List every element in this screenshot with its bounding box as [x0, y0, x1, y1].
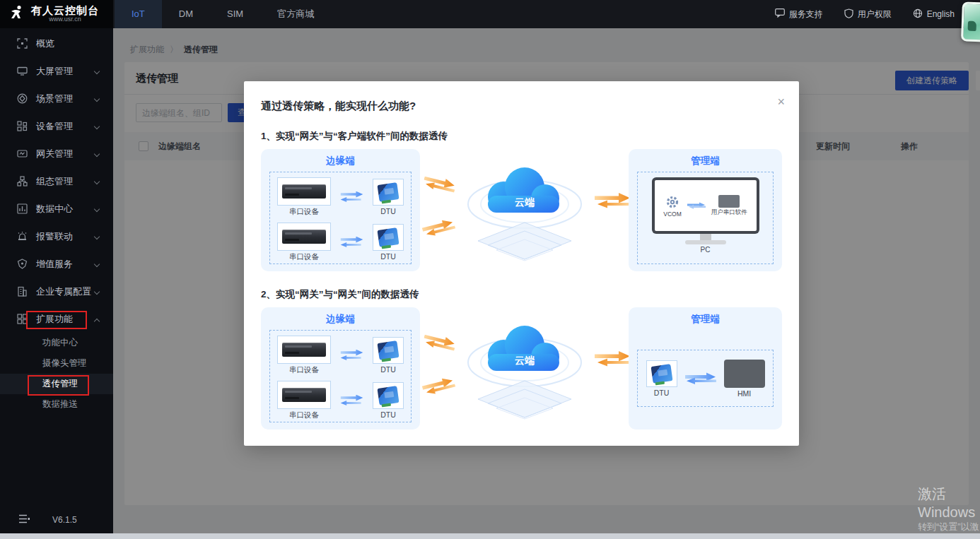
cloud-illustration: 云端 — [454, 316, 595, 422]
sidebar-item-device[interactable]: 设备管理 — [0, 112, 113, 140]
edge-panel-2: 边缘端 串口设备 DTU — [261, 307, 420, 430]
hmi-device-image — [724, 360, 765, 388]
orange-double-arrow-icon — [421, 332, 457, 356]
sidebar: 概览 大屏管理 场景管理 设备管理 网关管理 组态管理 数据中心 报警联动 — [0, 28, 113, 533]
serial-device: 串口设备 — [277, 223, 331, 262]
topbar-right: 服务支持 用户权限 English — [775, 0, 980, 28]
windows-activation-watermark: 激活 Windows 转到“设置”以激活 W — [918, 485, 980, 539]
blue-double-arrow-icon — [339, 395, 365, 406]
shield-icon — [844, 8, 853, 20]
serial-device-image — [282, 388, 326, 402]
scene-icon — [17, 93, 28, 104]
blue-double-arrow-icon — [339, 237, 365, 248]
chat-icon — [775, 8, 785, 20]
value-icon — [17, 259, 28, 269]
user-avatar[interactable] — [961, 1, 980, 42]
businessman-figure — [765, 358, 776, 381]
sidebar-item-valueadded[interactable]: 增值服务 — [0, 250, 113, 278]
dtu-device-image — [377, 227, 399, 247]
support-link[interactable]: 服务支持 — [775, 8, 823, 20]
tab-dm[interactable]: DM — [162, 0, 210, 28]
svg-text:云端: 云端 — [515, 196, 535, 208]
edge-panel-1: 边缘端 串口设备 DTU — [261, 149, 420, 271]
top-bar: 有人云控制台 www.usr.cn IoT DM SIM 官方商城 服务支持 用… — [0, 0, 980, 28]
close-icon[interactable]: × — [777, 95, 785, 108]
passthrough-help-modal: 通过透传策略，能实现什么功能? × 1、实现“网关”与“客户端软件”间的数据透传… — [244, 81, 799, 446]
blue-double-arrow-icon — [685, 372, 716, 385]
sidebar-item-scada[interactable]: 组态管理 — [0, 167, 113, 195]
diagram-gateway-to-client: 边缘端 串口设备 DTU — [261, 149, 782, 271]
svg-text:云端: 云端 — [515, 355, 535, 366]
sidebar-item-scene[interactable]: 场景管理 — [0, 85, 113, 112]
sidebar-item-alarm[interactable]: 报警联动 — [0, 223, 113, 250]
overview-icon — [17, 38, 28, 49]
serial-device-image — [282, 343, 326, 357]
blue-double-arrow-icon — [339, 191, 365, 203]
alarm-icon — [17, 231, 28, 242]
sidebar-subitem-function-center[interactable]: 功能中心 — [0, 333, 113, 353]
version-label: V6.1.5 — [52, 515, 77, 525]
tab-mall[interactable]: 官方商城 — [260, 0, 331, 28]
orange-double-arrow-icon — [421, 376, 457, 400]
section-2-heading: 2、实现“网关”与“网关”间的数据透传 — [261, 288, 782, 301]
pc-illustration: VCOM 用户串口软件 PC — [629, 177, 782, 254]
keyboard-icon — [718, 195, 740, 208]
dtu-device: DTU — [373, 179, 404, 215]
dtu-device-image — [377, 386, 399, 405]
sidebar-item-gateway[interactable]: 网关管理 — [0, 140, 113, 167]
diagram-gateway-to-gateway: 边缘端 串口设备 DTU — [261, 307, 782, 430]
language-link[interactable]: English — [913, 8, 955, 20]
scada-icon — [17, 176, 28, 186]
app-root: 有人云控制台 www.usr.cn IoT DM SIM 官方商城 服务支持 用… — [0, 0, 980, 539]
sidebar-item-enterprise[interactable]: 企业专属配置 — [0, 278, 113, 305]
dtu-device: DTU — [646, 360, 677, 397]
bottom-edge-strip — [0, 533, 980, 539]
cloud-link-area: 云端 — [420, 307, 629, 430]
orange-double-arrow-icon — [595, 351, 631, 369]
datacenter-icon — [17, 203, 28, 214]
permission-link[interactable]: 用户权限 — [844, 8, 892, 20]
user-serial-software: 用户串口软件 — [711, 195, 747, 217]
serial-device: 串口设备 — [277, 381, 331, 420]
cloud-link-area: 云端 — [420, 149, 629, 271]
vcom-software: VCOM — [663, 194, 682, 218]
usr-runner-logo-icon — [8, 4, 25, 24]
red-annotation-box-extension — [26, 311, 87, 329]
tab-sim[interactable]: SIM — [210, 0, 260, 28]
serial-device-image — [282, 184, 326, 199]
hmi-device: HMI — [724, 360, 765, 398]
logo[interactable]: 有人云控制台 www.usr.cn — [0, 0, 113, 28]
collapse-menu-icon[interactable] — [18, 514, 30, 526]
orange-double-arrow-icon — [595, 193, 631, 211]
sidebar-subitem-camera[interactable]: 摄像头管理 — [0, 353, 113, 374]
app-title: 有人云控制台 — [31, 5, 99, 17]
dtu-device-image — [651, 364, 672, 384]
blue-double-arrow-icon — [687, 202, 706, 209]
orange-double-arrow-icon — [421, 218, 457, 242]
enterprise-icon — [17, 286, 28, 297]
top-nav-tabs: IoT DM SIM 官方商城 — [115, 0, 331, 28]
globe-icon — [913, 8, 923, 20]
dtu-device: DTU — [373, 382, 404, 419]
serial-device: 串口设备 — [277, 177, 331, 217]
sidebar-item-bigscreen[interactable]: 大屏管理 — [0, 57, 113, 85]
section-1-heading: 1、实现“网关”与“客户端软件”间的数据透传 — [261, 130, 782, 143]
dtu-device-image — [377, 340, 399, 360]
device-icon — [17, 121, 28, 131]
tab-iot[interactable]: IoT — [115, 0, 162, 28]
sidebar-item-datacenter[interactable]: 数据中心 — [0, 195, 113, 223]
sidebar-item-overview[interactable]: 概览 — [0, 30, 113, 57]
serial-device: 串口设备 — [277, 336, 331, 375]
bigscreen-icon — [17, 66, 28, 76]
manage-panel-1: 管理端 VCOM 用户串口软件 — [629, 149, 782, 271]
sidebar-subitem-datapush[interactable]: 数据推送 — [0, 394, 113, 415]
app-subtitle: www.usr.cn — [31, 16, 99, 23]
manage-panel-2: 管理端 DTU HMI — [629, 307, 782, 430]
dtu-device-image — [377, 182, 399, 202]
serial-device-image — [282, 230, 326, 244]
orange-double-arrow-icon — [421, 174, 457, 198]
businessman-figure — [765, 230, 776, 253]
dtu-device: DTU — [373, 337, 404, 374]
gateway-icon — [17, 148, 28, 159]
blue-double-arrow-icon — [339, 350, 365, 361]
